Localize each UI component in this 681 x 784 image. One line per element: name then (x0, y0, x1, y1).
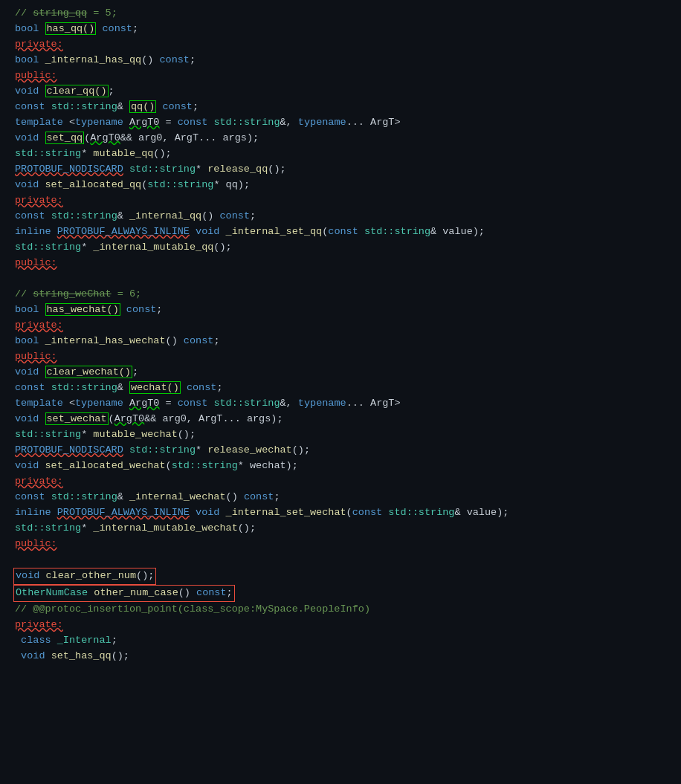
code-line-33: inline PROTOBUF_ALWAYS_INLINE void _inte… (0, 505, 681, 521)
code-line-2: bool has_qq() const; (0, 22, 681, 37)
access-private-2: private: (15, 195, 63, 206)
access-private-5: private: (15, 619, 63, 630)
code-line-17: public: (0, 256, 681, 271)
access-public-4: public: (15, 538, 57, 549)
code-line-28: std::string* mutable_wechat(); (0, 427, 681, 443)
access-public-1: public: (15, 70, 57, 81)
code-line-23: public: (0, 349, 681, 365)
code-line-1: // string_qq = 5; (0, 6, 681, 22)
access-public-2: public: (15, 257, 57, 268)
comment-3: // @@protoc_insertion_point(class_scope:… (15, 603, 370, 615)
access-public-3: public: (15, 351, 57, 362)
access-private-4: private: (15, 476, 63, 487)
code-line-9: void set_qq(ArgT0&& arg0, ArgT... args); (0, 131, 681, 146)
code-line-7: const std::string& qq() const; (0, 100, 681, 115)
fn-has-qq: has_qq() (45, 22, 97, 35)
code-line-15: inline PROTOBUF_ALWAYS_INLINE void _inte… (0, 224, 681, 240)
fn-set-qq: set_qq (45, 132, 85, 144)
access-private-1: private: (15, 39, 63, 50)
code-line-14: const std::string& _internal_qq() const; (0, 209, 681, 224)
code-line-20: bool has_wechat() const; (0, 302, 681, 318)
comment-1: // string_qq = 5; (15, 7, 117, 19)
kw-bool: bool (15, 23, 39, 34)
code-line-40: private: (0, 618, 681, 633)
code-line-31: private: (0, 474, 681, 490)
code-line-30: void set_allocated_wechat(std::string* w… (0, 459, 681, 474)
code-line-27: void set_wechat(ArgT0&& arg0, ArgT... ar… (0, 412, 681, 427)
code-line-16: std::string* _internal_mutable_qq(); (0, 240, 681, 256)
code-line-12: void set_allocated_qq(std::string* qq); (0, 178, 681, 193)
fn-wechat: wechat() (129, 381, 181, 394)
code-line-22: bool _internal_has_wechat() const; (0, 334, 681, 349)
code-line-4: bool _internal_has_qq() const; (0, 53, 681, 68)
code-line-21: private: (0, 318, 681, 334)
code-line-25: const std::string& wechat() const; (0, 380, 681, 396)
comment-2: // string_weChat = 6; (15, 288, 141, 299)
fn-clear-wechat: clear_wechat() (45, 366, 132, 378)
fn-clear-qq: clear_qq() (45, 85, 109, 97)
code-line-38: OtherNumCase other_num_case() const; (0, 585, 681, 602)
code-line-36 (0, 552, 681, 568)
code-line-41: class _Internal; (0, 633, 681, 649)
code-line-19: // string_weChat = 6; (0, 287, 681, 302)
code-line-35: public: (0, 537, 681, 552)
fn-set-wechat: set_wechat (45, 412, 109, 425)
code-editor: // string_qq = 5; bool has_qq() const; p… (0, 0, 681, 784)
code-line-29: PROTOBUF_NODISCARD std::string* release_… (0, 443, 681, 459)
code-line-11: PROTOBUF_NODISCARD std::string* release_… (0, 162, 681, 178)
code-line-24: void clear_wechat(); (0, 365, 681, 380)
code-line-37: void clear_other_num(); (0, 568, 681, 585)
highlighted-line-clear-other-num: void clear_other_num(); (13, 568, 156, 585)
code-line-42: void set_has_qq(); (0, 649, 681, 664)
code-line-3: private: (0, 37, 681, 53)
fn-has-wechat: has_wechat() (45, 303, 120, 316)
code-line-6: void clear_qq(); (0, 84, 681, 100)
code-line-8: template <typename ArgT0 = const std::st… (0, 115, 681, 131)
code-line-13: private: (0, 193, 681, 209)
code-line-10: std::string* mutable_qq(); (0, 146, 681, 162)
code-line-18 (0, 271, 681, 287)
code-line-26: template <typename ArgT0 = const std::st… (0, 396, 681, 412)
code-line-34: std::string* _internal_mutable_wechat(); (0, 521, 681, 537)
code-line-39: // @@protoc_insertion_point(class_scope:… (0, 602, 681, 618)
highlighted-line-other-num-case: OtherNumCase other_num_case() const; (13, 585, 235, 602)
code-line-5: public: (0, 68, 681, 84)
access-private-3: private: (15, 320, 63, 331)
code-line-32: const std::string& _internal_wechat() co… (0, 490, 681, 505)
fn-qq: qq() (129, 100, 156, 113)
